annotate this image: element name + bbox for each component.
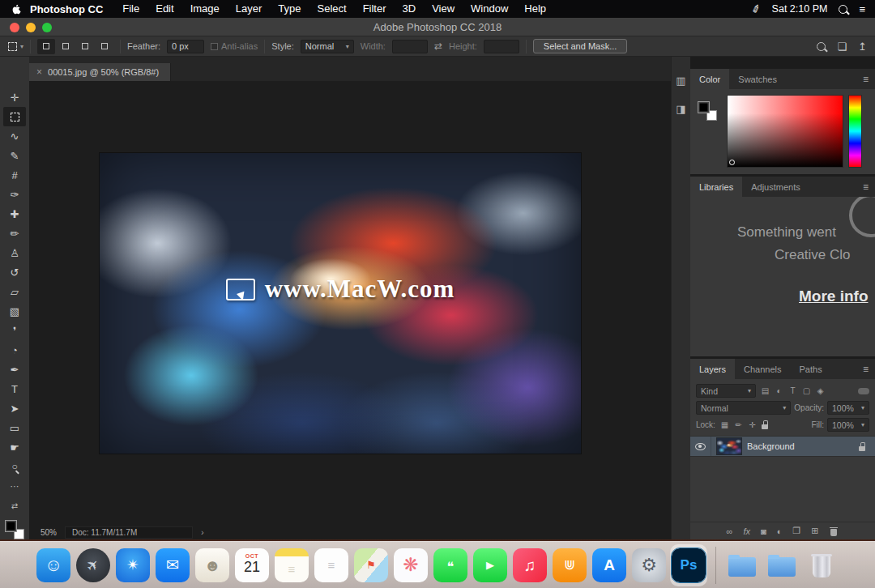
menu-select[interactable]: Select <box>309 0 354 18</box>
dock-facetime[interactable]: ▶ <box>472 544 509 586</box>
document-size-info[interactable]: Doc: 11.7M/11.7M <box>65 526 193 539</box>
type-tool[interactable]: T <box>3 379 26 398</box>
layer-thumbnail[interactable] <box>717 438 741 454</box>
brush-tool[interactable]: ✏ <box>3 224 26 243</box>
tab-color[interactable]: Color <box>690 69 729 89</box>
lasso-tool[interactable]: ∿ <box>3 126 26 146</box>
lock-pixels-icon[interactable]: ✏ <box>732 420 745 429</box>
dock-folder-1[interactable] <box>723 544 761 586</box>
menu-3d[interactable]: 3D <box>395 0 425 18</box>
delete-layer-button[interactable] <box>829 525 839 538</box>
tool-preset-dropdown[interactable]: ▾ <box>8 42 23 51</box>
menu-view[interactable]: View <box>424 0 463 18</box>
eraser-tool[interactable]: ▱ <box>3 282 26 301</box>
style-dropdown[interactable]: Normal ▾ <box>301 40 354 53</box>
zoom-window-button[interactable] <box>42 23 52 32</box>
dodge-tool[interactable]: ◔ <box>3 340 26 360</box>
add-to-selection-button[interactable] <box>57 39 75 54</box>
minimize-window-button[interactable] <box>26 23 36 32</box>
subtract-from-selection-button[interactable] <box>76 39 94 54</box>
clone-stamp-tool[interactable]: ♙ <box>3 243 26 262</box>
antialias-checkbox[interactable]: Anti-alias <box>211 41 258 51</box>
tab-layers[interactable]: Layers <box>690 359 735 379</box>
panel-menu-icon[interactable]: ≡ <box>863 364 875 375</box>
edit-toolbar-button[interactable]: ⋯ <box>3 476 26 496</box>
height-input[interactable] <box>484 40 519 53</box>
dock-music[interactable]: ♫ <box>511 544 548 586</box>
gradient-tool[interactable]: ▧ <box>3 301 26 321</box>
close-window-button[interactable] <box>10 23 19 32</box>
zoom-tool[interactable]: ○ <box>3 457 26 476</box>
new-selection-button[interactable] <box>37 39 55 54</box>
foreground-background-swatches[interactable] <box>698 101 717 121</box>
apple-icon[interactable] <box>11 3 22 15</box>
notification-center-icon[interactable]: ≡ <box>859 3 865 15</box>
tab-paths[interactable]: Paths <box>791 359 831 379</box>
filter-shape-layers-icon[interactable]: ▢ <box>800 386 813 395</box>
menu-layer[interactable]: Layer <box>228 0 271 18</box>
crop-tool[interactable]: # <box>3 165 26 185</box>
foreground-color-swatch[interactable] <box>5 520 17 532</box>
lock-all-icon[interactable] <box>760 420 770 430</box>
dock-app-store[interactable]: A <box>591 544 628 586</box>
swap-colors-icon[interactable]: ⇄ <box>3 496 26 515</box>
dock-contacts[interactable]: ☻ <box>194 544 231 586</box>
panel-menu-icon[interactable]: ≡ <box>863 74 875 85</box>
dock-photos[interactable]: ❋ <box>392 544 429 586</box>
layer-mask-button[interactable]: ◙ <box>761 525 766 538</box>
eyedropper-tool[interactable]: ✑ <box>3 185 26 204</box>
history-brush-tool[interactable]: ↺ <box>3 262 26 282</box>
panel-menu-icon[interactable]: ≡ <box>863 181 875 193</box>
new-layer-button[interactable]: ⊞ <box>811 525 818 538</box>
dock-folder-2[interactable] <box>763 544 800 586</box>
adjustment-layer-button[interactable]: ◐ <box>777 525 783 538</box>
menu-filter[interactable]: Filter <box>355 0 395 18</box>
blend-mode-dropdown[interactable]: Normal ▾ <box>696 401 791 415</box>
menubar-extra-icon[interactable]: ✐ <box>749 2 762 16</box>
dock-system-preferences[interactable]: ⚙ <box>630 544 668 586</box>
more-info-link[interactable]: More info <box>799 288 869 305</box>
layer-group-button[interactable]: ❐ <box>792 525 800 538</box>
canvas-image[interactable]: www.MacW.com <box>100 153 581 454</box>
menu-help[interactable]: Help <box>516 0 554 18</box>
menu-image[interactable]: Image <box>182 0 228 18</box>
menu-window[interactable]: Window <box>463 0 516 18</box>
lock-transparency-icon[interactable]: ▦ <box>719 420 731 429</box>
menu-file[interactable]: File <box>114 0 147 18</box>
dock-photoshop[interactable]: Ps <box>670 544 707 586</box>
document-tab[interactable]: × 00015.jpg @ 50% (RGB/8#) <box>29 63 171 81</box>
menu-type[interactable]: Type <box>270 0 309 18</box>
dock-launchpad[interactable]: ✈ <box>75 544 112 586</box>
zoom-level[interactable]: 50% <box>41 528 57 537</box>
dock-safari[interactable]: ✴ <box>114 544 152 586</box>
spot-healing-brush-tool[interactable]: ✚ <box>3 204 26 224</box>
dock-trash[interactable] <box>803 544 840 586</box>
status-options-chevron-icon[interactable]: › <box>201 527 204 537</box>
tab-libraries[interactable]: Libraries <box>690 177 742 197</box>
quick-selection-tool[interactable]: ✎ <box>3 146 26 165</box>
layer-visibility-toggle[interactable] <box>690 437 711 456</box>
dock-finder[interactable]: ☺ <box>35 544 72 586</box>
move-tool[interactable]: ✛ <box>3 87 26 107</box>
opacity-field[interactable]: 100% ▾ <box>827 401 869 415</box>
workspace-switcher-icon[interactable]: ❏ <box>837 40 847 53</box>
link-layers-button[interactable]: ∞ <box>727 525 733 538</box>
swap-width-height-icon[interactable]: ⇄ <box>434 40 442 52</box>
select-and-mask-button[interactable]: Select and Mask... <box>533 39 628 53</box>
intersect-selection-button[interactable] <box>96 39 113 54</box>
active-app-name[interactable]: Photoshop CC <box>30 3 103 15</box>
dock-calendar[interactable]: OCT 21 <box>233 544 271 586</box>
layer-style-button[interactable]: fx <box>743 525 750 538</box>
menubar-clock[interactable]: Sat 2:10 PM <box>772 3 828 15</box>
dock-books[interactable]: ⋓ <box>551 544 588 586</box>
hue-slider[interactable] <box>849 96 861 167</box>
layer-row-background[interactable]: Background <box>690 436 875 457</box>
tab-adjustments[interactable]: Adjustments <box>742 177 809 197</box>
rectangular-marquee-tool[interactable] <box>3 107 26 126</box>
dock-reminders[interactable]: ≡ <box>313 544 350 586</box>
menu-edit[interactable]: Edit <box>147 0 181 18</box>
path-selection-tool[interactable]: ➤ <box>3 398 26 418</box>
width-input[interactable] <box>392 40 428 53</box>
layer-filter-kind-dropdown[interactable]: Kind ▾ <box>696 384 756 398</box>
docked-panel-icon-top[interactable]: ▥ <box>676 75 685 87</box>
